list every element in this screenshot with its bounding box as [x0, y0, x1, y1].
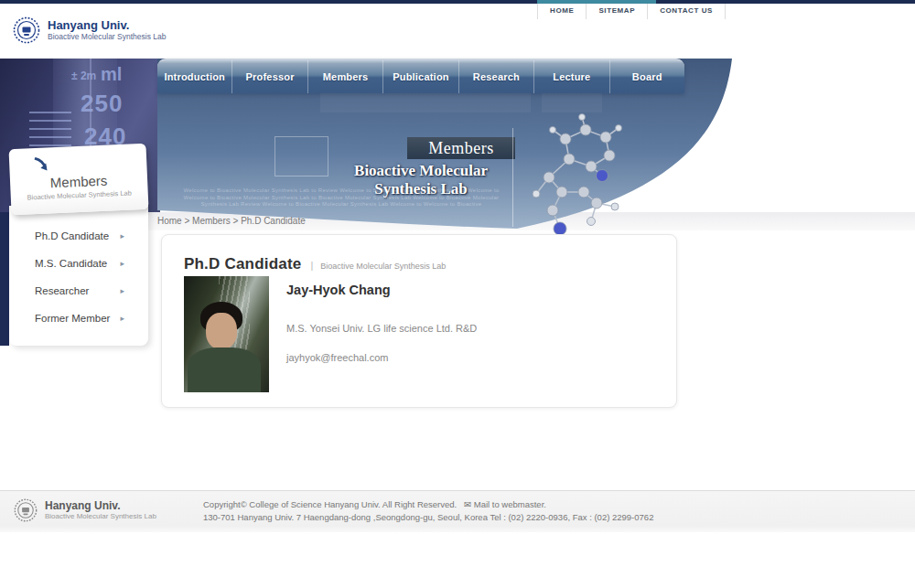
- nav-subtab-shade: [320, 92, 531, 112]
- chevron-right-icon: ▸: [120, 259, 124, 268]
- sidebar-item-phd-candidate[interactable]: Ph.D Candidate ▸: [9, 222, 148, 250]
- hero-microtext-line: Welcome to Bioactive Molecular Synthesis…: [167, 187, 515, 195]
- utility-nav: HOME SITEMAP CONTACT US: [537, 4, 726, 19]
- sidebar-item-label: Former Member: [35, 313, 110, 324]
- mail-icon: ✉: [464, 499, 471, 509]
- hanyang-emblem-icon: [13, 16, 40, 44]
- page-subtitle: Bioactive Molecular Synthesis Lab: [320, 262, 446, 271]
- cylinder-unit-label: ml: [101, 64, 122, 85]
- curved-arrow-icon: [33, 156, 52, 172]
- utility-link-home[interactable]: HOME: [537, 4, 587, 19]
- footer-brand: Hanyang Univ. Bioactive Molecular Synthe…: [14, 498, 156, 522]
- content-heading-row: Ph.D Candidate | Bioactive Molecular Syn…: [184, 255, 446, 273]
- brand-text: Hanyang Univ. Bioactive Molecular Synthe…: [48, 19, 166, 41]
- sidebar-item-researcher[interactable]: Researcher ▸: [9, 277, 148, 305]
- nav-item-professor[interactable]: Professor: [232, 60, 307, 93]
- hanyang-emblem-gray-icon: [14, 498, 38, 522]
- hero-title-bar: Members: [407, 137, 515, 159]
- member-email: jayhyok@freechal.com: [286, 352, 388, 363]
- nav-subtab-shade: [542, 92, 602, 112]
- sidebar-item-label: Researcher: [35, 285, 89, 296]
- nav-item-board[interactable]: Board: [610, 60, 684, 93]
- cylinder-scale-250: 250: [81, 90, 123, 118]
- sidebar-header-card: Members Bioactive Molecular Synthesis La…: [9, 144, 149, 215]
- footer-brand-subtitle: Bioactive Molecular Synthesis Lab: [45, 512, 156, 520]
- member-education: M.S. Yonsei Univ. LG life science Ltd. R…: [286, 323, 477, 334]
- nav-item-lecture[interactable]: Lecture: [534, 60, 609, 93]
- footer-brand-name: Hanyang Univ.: [45, 500, 156, 512]
- nav-item-publication[interactable]: Publication: [383, 60, 458, 93]
- nav-item-research[interactable]: Research: [459, 60, 534, 93]
- photo-figure-shirt: [188, 347, 261, 392]
- footer-info: Copyright© College of Science Hanyang Un…: [203, 498, 653, 524]
- chevron-right-icon: ▸: [120, 231, 124, 241]
- header-logo[interactable]: Hanyang Univ. Bioactive Molecular Synthe…: [13, 16, 166, 44]
- nav-item-introduction[interactable]: Introduction: [157, 60, 232, 93]
- sidebar-item-label: Ph.D Candidate: [35, 230, 109, 241]
- page-title: Ph.D Candidate: [184, 255, 301, 273]
- sidebar-item-ms-candidate[interactable]: M.S. Candidate ▸: [9, 250, 148, 277]
- footer: Hanyang Univ. Bioactive Molecular Synthe…: [0, 490, 915, 532]
- footer-copyright-line: Copyright© College of Science Hanyang Un…: [203, 498, 653, 511]
- hero-decor-square: [274, 136, 328, 176]
- heading-divider: |: [310, 260, 313, 271]
- member-photo: [184, 276, 269, 392]
- brand-name: Hanyang Univ.: [48, 19, 166, 32]
- brand-subtitle: Bioactive Molecular Synthesis Lab: [48, 32, 166, 41]
- main-navigation: Introduction Professor Members Publicati…: [157, 59, 684, 93]
- hero-microtext-line: Synthesis Lab Review Welcome to Bioactiv…: [167, 201, 515, 208]
- hero-microtext: Welcome to Bioactive Molecular Synthesis…: [167, 187, 515, 208]
- chevron-right-icon: ▸: [120, 286, 124, 295]
- breadcrumb[interactable]: Home > Members > Ph.D Candidate: [157, 216, 306, 226]
- mail-to-webmaster-link[interactable]: Mail to webmaster.: [474, 499, 546, 509]
- content-card: Ph.D Candidate | Bioactive Molecular Syn…: [161, 234, 677, 408]
- hero-title: Members: [428, 139, 493, 158]
- sidebar-menu-panel: Ph.D Candidate ▸ M.S. Candidate ▸ Resear…: [9, 206, 148, 346]
- nav-item-members[interactable]: Members: [308, 60, 383, 93]
- footer-address: 130-701 Hanyang Univ. 7 Haengdang-dong ,…: [203, 511, 653, 524]
- chevron-right-icon: ▸: [120, 314, 124, 323]
- sidebar-item-label: M.S. Candidate: [35, 258, 107, 269]
- photo-figure-face: [206, 313, 237, 349]
- hero-microtext-line: Welcome to Bioactive Molecular Synthesis…: [167, 195, 515, 202]
- utility-link-sitemap[interactable]: SITEMAP: [587, 4, 648, 19]
- member-name: Jay-Hyok Chang: [286, 283, 391, 297]
- utility-link-contact[interactable]: CONTACT US: [648, 4, 726, 19]
- cylinder-tolerance-label: ± 2m: [71, 69, 96, 82]
- sidebar-item-former-member[interactable]: Former Member ▸: [9, 305, 148, 332]
- hero-divider-line: [512, 128, 513, 227]
- footer-copyright: Copyright© College of Science Hanyang Un…: [203, 499, 457, 509]
- top-accent-bar: [0, 0, 915, 4]
